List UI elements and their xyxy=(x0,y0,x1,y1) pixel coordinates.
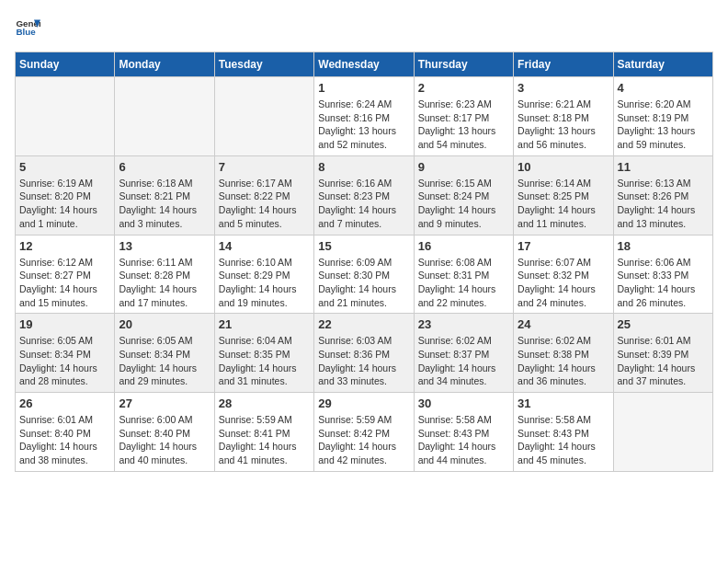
calendar-cell: 18Sunrise: 6:06 AM Sunset: 8:33 PM Dayli… xyxy=(613,235,712,314)
day-number: 11 xyxy=(618,160,709,174)
day-number: 25 xyxy=(618,317,709,331)
svg-text:Blue: Blue xyxy=(16,27,36,37)
calendar-cell: 27Sunrise: 6:00 AM Sunset: 8:40 PM Dayli… xyxy=(115,393,214,472)
day-number: 7 xyxy=(219,160,310,174)
day-number: 21 xyxy=(219,317,310,331)
day-info: Sunrise: 6:24 AM Sunset: 8:16 PM Dayligh… xyxy=(318,98,409,152)
day-number: 31 xyxy=(518,396,609,410)
day-info: Sunrise: 6:16 AM Sunset: 8:23 PM Dayligh… xyxy=(318,177,409,231)
weekday-friday: Friday xyxy=(514,52,613,77)
day-info: Sunrise: 6:06 AM Sunset: 8:33 PM Dayligh… xyxy=(618,256,709,310)
day-info: Sunrise: 5:58 AM Sunset: 8:43 PM Dayligh… xyxy=(418,413,509,467)
calendar-cell: 29Sunrise: 5:59 AM Sunset: 8:42 PM Dayli… xyxy=(314,393,414,472)
day-info: Sunrise: 6:00 AM Sunset: 8:40 PM Dayligh… xyxy=(119,413,210,467)
day-number: 6 xyxy=(119,160,210,174)
day-info: Sunrise: 6:11 AM Sunset: 8:28 PM Dayligh… xyxy=(119,256,210,310)
calendar-cell: 3Sunrise: 6:21 AM Sunset: 8:18 PM Daylig… xyxy=(514,77,613,156)
calendar-cell xyxy=(214,77,313,156)
logo-icon: General Blue xyxy=(15,15,40,40)
day-info: Sunrise: 5:59 AM Sunset: 8:42 PM Dayligh… xyxy=(318,413,409,467)
day-number: 9 xyxy=(418,160,509,174)
day-number: 1 xyxy=(318,81,409,95)
day-info: Sunrise: 5:58 AM Sunset: 8:43 PM Dayligh… xyxy=(518,413,609,467)
calendar-week-3: 12Sunrise: 6:12 AM Sunset: 8:27 PM Dayli… xyxy=(16,235,713,314)
calendar-cell: 28Sunrise: 5:59 AM Sunset: 8:41 PM Dayli… xyxy=(214,393,313,472)
calendar-cell: 16Sunrise: 6:08 AM Sunset: 8:31 PM Dayli… xyxy=(414,235,513,314)
calendar-cell: 10Sunrise: 6:14 AM Sunset: 8:25 PM Dayli… xyxy=(514,155,613,235)
day-info: Sunrise: 6:10 AM Sunset: 8:29 PM Dayligh… xyxy=(219,256,310,310)
calendar-cell: 21Sunrise: 6:04 AM Sunset: 8:35 PM Dayli… xyxy=(214,314,313,393)
day-info: Sunrise: 6:05 AM Sunset: 8:34 PM Dayligh… xyxy=(19,334,110,388)
day-number: 22 xyxy=(318,317,409,331)
calendar-cell: 11Sunrise: 6:13 AM Sunset: 8:26 PM Dayli… xyxy=(613,155,712,235)
day-number: 24 xyxy=(518,317,609,331)
calendar-cell: 13Sunrise: 6:11 AM Sunset: 8:28 PM Dayli… xyxy=(115,235,214,314)
day-info: Sunrise: 6:18 AM Sunset: 8:21 PM Dayligh… xyxy=(119,177,210,231)
day-info: Sunrise: 6:05 AM Sunset: 8:34 PM Dayligh… xyxy=(119,334,210,388)
day-number: 28 xyxy=(219,396,310,410)
day-info: Sunrise: 6:01 AM Sunset: 8:39 PM Dayligh… xyxy=(618,334,709,388)
calendar-cell xyxy=(16,77,115,156)
calendar-cell: 15Sunrise: 6:09 AM Sunset: 8:30 PM Dayli… xyxy=(314,235,414,314)
day-number: 3 xyxy=(518,81,609,95)
calendar-cell: 1Sunrise: 6:24 AM Sunset: 8:16 PM Daylig… xyxy=(314,77,414,156)
day-number: 29 xyxy=(318,396,409,410)
day-info: Sunrise: 6:23 AM Sunset: 8:17 PM Dayligh… xyxy=(418,98,509,152)
day-number: 30 xyxy=(418,396,509,410)
day-number: 5 xyxy=(19,160,110,174)
day-number: 4 xyxy=(618,81,709,95)
calendar-cell: 26Sunrise: 6:01 AM Sunset: 8:40 PM Dayli… xyxy=(16,393,115,472)
weekday-sunday: Sunday xyxy=(16,52,115,77)
calendar-cell: 12Sunrise: 6:12 AM Sunset: 8:27 PM Dayli… xyxy=(16,235,115,314)
day-number: 13 xyxy=(119,239,210,253)
calendar-cell xyxy=(613,393,712,472)
day-number: 14 xyxy=(219,239,310,253)
calendar-cell: 31Sunrise: 5:58 AM Sunset: 8:43 PM Dayli… xyxy=(514,393,613,472)
weekday-thursday: Thursday xyxy=(414,52,513,77)
calendar-cell: 5Sunrise: 6:19 AM Sunset: 8:20 PM Daylig… xyxy=(16,155,115,235)
calendar-cell: 9Sunrise: 6:15 AM Sunset: 8:24 PM Daylig… xyxy=(414,155,513,235)
day-number: 8 xyxy=(318,160,409,174)
calendar-cell: 20Sunrise: 6:05 AM Sunset: 8:34 PM Dayli… xyxy=(115,314,214,393)
day-info: Sunrise: 6:21 AM Sunset: 8:18 PM Dayligh… xyxy=(518,98,609,152)
calendar-cell: 25Sunrise: 6:01 AM Sunset: 8:39 PM Dayli… xyxy=(613,314,712,393)
calendar-cell: 23Sunrise: 6:02 AM Sunset: 8:37 PM Dayli… xyxy=(414,314,513,393)
calendar-cell: 4Sunrise: 6:20 AM Sunset: 8:19 PM Daylig… xyxy=(613,77,712,156)
weekday-wednesday: Wednesday xyxy=(314,52,414,77)
calendar-cell: 22Sunrise: 6:03 AM Sunset: 8:36 PM Dayli… xyxy=(314,314,414,393)
day-number: 12 xyxy=(19,239,110,253)
calendar-week-4: 19Sunrise: 6:05 AM Sunset: 8:34 PM Dayli… xyxy=(16,314,713,393)
day-info: Sunrise: 6:08 AM Sunset: 8:31 PM Dayligh… xyxy=(418,256,509,310)
day-info: Sunrise: 6:20 AM Sunset: 8:19 PM Dayligh… xyxy=(618,98,709,152)
weekday-header-row: SundayMondayTuesdayWednesdayThursdayFrid… xyxy=(16,52,713,77)
day-number: 26 xyxy=(19,396,110,410)
day-info: Sunrise: 6:17 AM Sunset: 8:22 PM Dayligh… xyxy=(219,177,310,231)
weekday-tuesday: Tuesday xyxy=(214,52,313,77)
weekday-saturday: Saturday xyxy=(613,52,712,77)
day-number: 20 xyxy=(119,317,210,331)
day-info: Sunrise: 6:07 AM Sunset: 8:32 PM Dayligh… xyxy=(518,256,609,310)
day-info: Sunrise: 6:15 AM Sunset: 8:24 PM Dayligh… xyxy=(418,177,509,231)
day-info: Sunrise: 6:13 AM Sunset: 8:26 PM Dayligh… xyxy=(618,177,709,231)
day-number: 2 xyxy=(418,81,509,95)
day-number: 15 xyxy=(318,239,409,253)
calendar-table: SundayMondayTuesdayWednesdayThursdayFrid… xyxy=(15,52,713,472)
day-info: Sunrise: 6:19 AM Sunset: 8:20 PM Dayligh… xyxy=(19,177,110,231)
calendar-week-1: 1Sunrise: 6:24 AM Sunset: 8:16 PM Daylig… xyxy=(16,77,713,156)
day-number: 18 xyxy=(618,239,709,253)
day-info: Sunrise: 6:02 AM Sunset: 8:38 PM Dayligh… xyxy=(518,334,609,388)
day-info: Sunrise: 6:09 AM Sunset: 8:30 PM Dayligh… xyxy=(318,256,409,310)
calendar-cell: 8Sunrise: 6:16 AM Sunset: 8:23 PM Daylig… xyxy=(314,155,414,235)
calendar-cell: 19Sunrise: 6:05 AM Sunset: 8:34 PM Dayli… xyxy=(16,314,115,393)
calendar-week-2: 5Sunrise: 6:19 AM Sunset: 8:20 PM Daylig… xyxy=(16,155,713,235)
day-number: 17 xyxy=(518,239,609,253)
day-number: 23 xyxy=(418,317,509,331)
calendar-cell: 14Sunrise: 6:10 AM Sunset: 8:29 PM Dayli… xyxy=(214,235,313,314)
calendar-cell: 6Sunrise: 6:18 AM Sunset: 8:21 PM Daylig… xyxy=(115,155,214,235)
day-number: 19 xyxy=(19,317,110,331)
weekday-monday: Monday xyxy=(115,52,214,77)
calendar-cell xyxy=(115,77,214,156)
day-info: Sunrise: 6:12 AM Sunset: 8:27 PM Dayligh… xyxy=(19,256,110,310)
day-info: Sunrise: 6:01 AM Sunset: 8:40 PM Dayligh… xyxy=(19,413,110,467)
day-info: Sunrise: 5:59 AM Sunset: 8:41 PM Dayligh… xyxy=(219,413,310,467)
